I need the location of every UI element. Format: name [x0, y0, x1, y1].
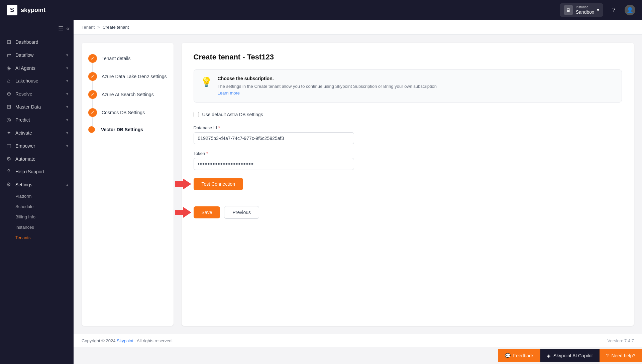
chevron-down-icon: ▾ [66, 92, 68, 96]
step-label-azure-ai-search: Azure AI Search Settings [102, 92, 154, 97]
dataflow-icon: ⇄ [5, 52, 12, 58]
sidebar-label-activate: Activate [15, 130, 32, 136]
sidebar-item-help-support[interactable]: ? Help+Support [0, 165, 74, 178]
sidebar-label-master-data: Master Data [15, 104, 41, 110]
info-box-description: The settings in the Create tenant allow … [218, 84, 437, 89]
resolve-icon: ⊕ [5, 90, 12, 97]
test-connection-button[interactable]: Test Connection [194, 178, 243, 190]
instance-selector[interactable]: 🖥 Instance Sandbox ▾ [560, 3, 603, 17]
app-logo: S skypoint [7, 5, 45, 15]
sidebar-hamburger[interactable]: ☰ [58, 25, 64, 32]
database-id-input[interactable] [194, 132, 354, 144]
database-id-field: Database Id * [194, 125, 622, 144]
breadcrumb-parent[interactable]: Tenant [82, 25, 95, 30]
sidebar-item-lakehouse[interactable]: ⌂ Lakehouse ▾ [0, 74, 74, 87]
copilot-button[interactable]: ◈ Skypoint AI Copilot [540, 349, 600, 362]
sidebar-label-dashboard: Dashboard [15, 39, 38, 45]
step-azure-ai-search: ✓ Azure AI Search Settings [88, 85, 167, 104]
chevron-down-icon: ▾ [66, 53, 68, 57]
sidebar-item-ai-agents[interactable]: ◈ AI Agents ▾ [0, 61, 74, 74]
checkbox-label[interactable]: Use default Astra DB settings [202, 112, 263, 117]
chevron-down-icon: ▾ [66, 118, 68, 122]
sidebar-collapse-row: ☰ « [0, 23, 74, 35]
breadcrumb: Tenant > Create tenant [74, 20, 642, 35]
user-avatar[interactable]: 👤 [625, 5, 635, 15]
chevron-down-icon: ▾ [66, 131, 68, 135]
sidebar-label-ai-agents: AI Agents [15, 65, 35, 71]
sidebar-item-dataflow[interactable]: ⇄ Dataflow ▾ [0, 48, 74, 61]
sidebar-item-master-data[interactable]: ⊞ Master Data ▾ [0, 100, 74, 113]
sidebar-label-resolve: Resolve [15, 91, 32, 97]
automate-icon: ⚙ [5, 156, 12, 162]
sidebar-label-dataflow: Dataflow [15, 52, 33, 58]
sidebar-item-empower[interactable]: ◫ Empower ▾ [0, 139, 74, 152]
activate-icon: ✦ [5, 130, 12, 136]
required-marker: * [218, 125, 220, 130]
sidebar-item-instances[interactable]: Instances [0, 222, 74, 232]
content-area: ✓ Tenant details ✓ Azure Data Lake Gen2 … [74, 35, 642, 334]
checkbox-row: Use default Astra DB settings [194, 112, 622, 117]
help-support-icon: ? [5, 169, 12, 175]
instance-text: Instance Sandbox [576, 5, 594, 15]
footer-brand-link[interactable]: Skypoint [117, 338, 133, 343]
predict-icon: ◎ [5, 117, 12, 123]
footer-copyright: Copyright © 2024 Skypoint . All rights r… [82, 338, 173, 343]
sidebar-label-settings: Settings [15, 182, 32, 187]
ai-agents-icon: ◈ [5, 65, 12, 71]
sidebar-item-automate[interactable]: ⚙ Automate [0, 152, 74, 165]
feedback-icon: 💬 [505, 353, 511, 358]
instance-icon: 🖥 [564, 5, 573, 15]
sidebar-item-activate[interactable]: ✦ Activate ▾ [0, 126, 74, 139]
master-data-icon: ⊞ [5, 104, 12, 110]
help-button[interactable]: ? [609, 5, 619, 15]
need-help-button[interactable]: ? Need help? [600, 349, 642, 362]
sidebar-item-dashboard[interactable]: ⊞ Dashboard [0, 35, 74, 48]
step-circle-tenant-details: ✓ [88, 54, 97, 63]
sidebar-item-platform[interactable]: Platform [0, 191, 74, 201]
learn-more-link[interactable]: Learn more [218, 90, 240, 96]
sidebar-item-schedule[interactable]: Schedule [0, 201, 74, 212]
test-connection-arrow [175, 179, 191, 189]
sidebar-collapse-button[interactable]: « [66, 25, 70, 32]
sidebar-item-resolve[interactable]: ⊕ Resolve ▾ [0, 87, 74, 100]
lakehouse-icon: ⌂ [5, 78, 12, 84]
step-circle-vector-db [88, 126, 95, 133]
main-content: Tenant > Create tenant ✓ Tenant details … [74, 20, 642, 364]
token-input[interactable] [194, 158, 354, 170]
previous-button[interactable]: Previous [224, 206, 259, 219]
step-label-cosmos-db: Cosmos DB Settings [102, 110, 145, 115]
database-id-label: Database Id * [194, 125, 622, 130]
step-circle-azure-ai-search: ✓ [88, 90, 97, 99]
step-tenant-details: ✓ Tenant details [88, 49, 167, 67]
sidebar-item-tenants[interactable]: Tenants [0, 232, 74, 243]
copilot-icon: ◈ [547, 353, 551, 358]
info-box-heading: Choose the subscription. [218, 76, 437, 81]
sidebar-item-billing-info[interactable]: Billing Info [0, 212, 74, 222]
chevron-up-icon: ▴ [66, 182, 68, 187]
sidebar-label-help-support: Help+Support [15, 169, 44, 174]
tenants-label: Tenants [15, 235, 31, 240]
svg-marker-1 [175, 207, 191, 218]
feedback-button[interactable]: 💬 Feedback [498, 349, 540, 362]
empower-icon: ◫ [5, 143, 12, 149]
token-label: Token * [194, 151, 622, 156]
stepper-panel: ✓ Tenant details ✓ Azure Data Lake Gen2 … [82, 43, 174, 326]
default-astra-checkbox[interactable] [194, 112, 199, 117]
save-button[interactable]: Save [194, 206, 220, 218]
info-box: 💡 Choose the subscription. The settings … [194, 69, 622, 103]
header-right: 🖥 Instance Sandbox ▾ ? 👤 [560, 3, 635, 17]
step-label-vector-db: Vector DB Settings [101, 127, 143, 132]
footer: Copyright © 2024 Skypoint . All rights r… [74, 334, 642, 347]
app-name: skypoint [21, 7, 45, 14]
sidebar-item-settings[interactable]: ⚙ Settings ▴ [0, 178, 74, 191]
need-help-icon: ? [606, 353, 609, 358]
chevron-icon: ▾ [597, 7, 599, 13]
header: S skypoint 🖥 Instance Sandbox ▾ ? 👤 [0, 0, 642, 20]
schedule-label: Schedule [15, 204, 33, 209]
token-field: Token * [194, 151, 622, 170]
form-title: Create tenant - Test123 [194, 53, 622, 61]
sidebar-item-predict[interactable]: ◎ Predict ▾ [0, 113, 74, 126]
chevron-down-icon: ▾ [66, 144, 68, 148]
bottom-action-bar: 💬 Feedback ◈ Skypoint AI Copilot ? Need … [74, 347, 642, 364]
need-help-label: Need help? [611, 353, 635, 358]
